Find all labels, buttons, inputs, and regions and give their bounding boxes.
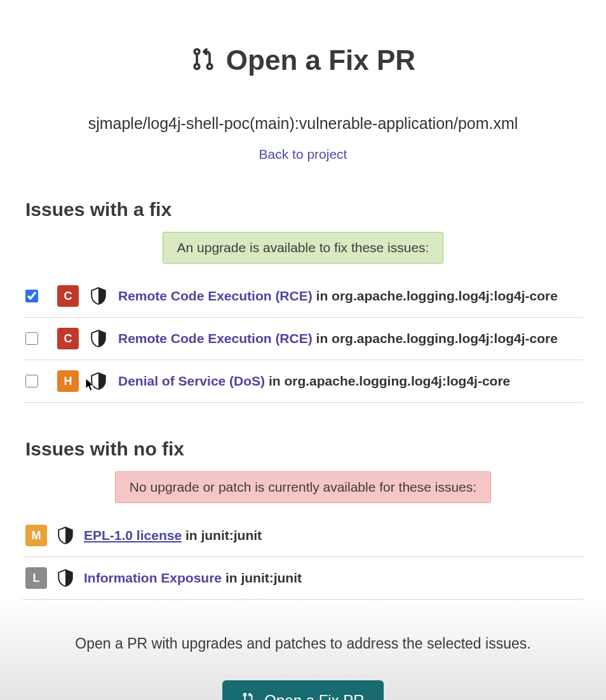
no-upgrade-banner: No upgrade or patch is currently availab… [115,471,491,503]
issue-row: M EPL-1.0 license in junit:junit [23,521,583,557]
shield-icon [90,330,107,347]
upgrade-available-banner: An upgrade is available to fix these iss… [163,232,444,264]
shield-icon [57,527,74,544]
section-heading-no-fix: Issues with no fix [23,438,583,460]
issue-text: Information Exposure in junit:junit [84,570,581,586]
breadcrumb: sjmaple/log4j-shell-poc(main):vulnerable… [23,114,583,133]
page-title: Open a Fix PR [226,44,415,76]
issue-text: EPL-1.0 license in junit:junit [84,528,581,543]
issue-checkbox[interactable] [25,375,38,387]
open-fix-pr-button[interactable]: Open a Fix PR [222,680,383,700]
shield-icon [90,287,107,305]
fixable-issue-list: C Remote Code Execution (RCE) in org.apa… [23,281,583,403]
severity-badge-medium: M [25,525,47,546]
issue-text: Remote Code Execution (RCE) in org.apach… [118,331,581,346]
issue-text: Remote Code Execution (RCE) in org.apach… [118,288,581,304]
severity-badge-critical: C [57,328,79,349]
issue-row: H Denial of Service (DoS) in org.apache.… [23,360,583,403]
issue-row: C Remote Code Execution (RCE) in org.apa… [23,318,583,360]
issues-with-fix-section: Issues with a fix An upgrade is availabl… [23,199,583,403]
issue-title-link[interactable]: Remote Code Execution (RCE) [118,331,313,346]
back-to-project-link[interactable]: Back to project [23,147,583,162]
pull-request-icon [241,692,255,700]
open-fix-pr-label: Open a Fix PR [264,692,364,700]
nofix-issue-list: M EPL-1.0 license in junit:junit L Infor… [23,521,583,600]
severity-badge-high: H [57,370,79,392]
issue-checkbox[interactable] [25,332,38,345]
issue-title-link[interactable]: Remote Code Execution (RCE) [118,288,313,303]
issue-title-link[interactable]: Denial of Service (DoS) [118,374,265,388]
page-title-row: Open a Fix PR [23,44,583,76]
issue-in-label: in org.apache.logging.log4j:log4j-core [316,331,558,346]
issue-in-label: in org.apache.logging.log4j:log4j-core [316,288,558,303]
issues-no-fix-section: Issues with no fix No upgrade or patch i… [23,438,583,600]
section-heading-with-fix: Issues with a fix [23,199,583,220]
issue-in-label: in junit:junit [226,570,302,585]
shield-icon [57,569,74,587]
shield-icon [90,372,107,390]
issue-in-label: in org.apache.logging.log4j:log4j-core [269,374,510,388]
issue-row: L Information Exposure in junit:junit [23,557,583,600]
helper-text: Open a PR with upgrades and patches to a… [23,635,583,652]
issue-title-link[interactable]: Information Exposure [84,570,222,585]
severity-badge-low: L [25,567,47,589]
issue-in-label: in junit:junit [185,528,262,542]
issue-row: C Remote Code Execution (RCE) in org.apa… [23,281,583,318]
pull-request-icon [191,46,216,74]
issue-checkbox[interactable] [25,290,38,302]
severity-badge-critical: C [57,285,79,307]
issue-title-link[interactable]: EPL-1.0 license [84,528,182,542]
issue-text: Denial of Service (DoS) in org.apache.lo… [118,374,581,389]
